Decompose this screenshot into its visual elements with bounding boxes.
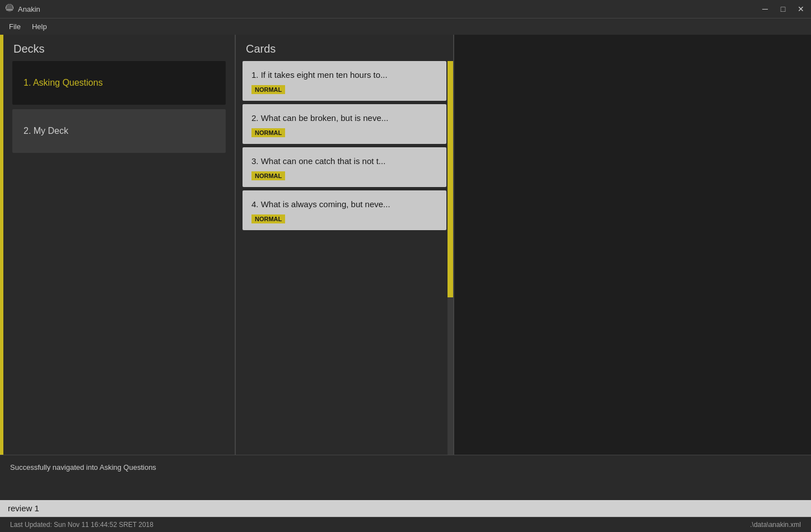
card-item-2[interactable]: 3. What can one catch that is not t...NO…	[243, 147, 446, 187]
last-updated-text: Last Updated: Sun Nov 11 16:44:52 SRET 2…	[10, 521, 153, 529]
minimize-button[interactable]: ─	[759, 3, 771, 15]
card-item-3[interactable]: 4. What is always coming, but neve...NOR…	[243, 190, 446, 230]
titlebar-controls: ─ □ ✕	[759, 3, 807, 15]
maximize-button[interactable]: □	[777, 3, 789, 15]
svg-rect-4	[6, 9, 13, 11]
last-updated-bar: Last Updated: Sun Nov 11 16:44:52 SRET 2…	[0, 517, 811, 532]
deck-item-0[interactable]: 1. Asking Questions	[12, 61, 226, 105]
deck-item-label-1: 2. My Deck	[24, 126, 68, 136]
card-item-1[interactable]: 2. What can be broken, but is neve...NOR…	[243, 104, 446, 144]
menubar: File Help	[0, 18, 811, 35]
command-input-bar	[0, 500, 811, 517]
cards-scrollbar[interactable]	[448, 61, 453, 455]
titlebar: Anakin ─ □ ✕	[0, 0, 811, 18]
decks-panel: Decks 1. Asking Questions2. My Deck	[3, 35, 236, 455]
card-item-title-2: 3. What can one catch that is not t...	[251, 156, 437, 166]
right-panel	[454, 35, 811, 455]
card-badge-2: NORMAL	[251, 171, 285, 180]
menu-help[interactable]: Help	[26, 18, 53, 35]
decks-header: Decks	[3, 35, 235, 61]
app-icon	[4, 4, 15, 14]
cards-list-container: 1. If it takes eight men ten hours to...…	[236, 61, 453, 455]
cards-scrollbar-thumb	[448, 61, 453, 297]
close-button[interactable]: ✕	[795, 3, 807, 15]
cards-list: 1. If it takes eight men ten hours to...…	[243, 61, 446, 234]
decks-list: 1. Asking Questions2. My Deck	[3, 61, 235, 455]
card-item-title-3: 4. What is always coming, but neve...	[251, 199, 437, 209]
card-badge-0: NORMAL	[251, 85, 285, 94]
deck-item-1[interactable]: 2. My Deck	[12, 109, 226, 153]
menu-file[interactable]: File	[3, 18, 26, 35]
card-item-title-1: 2. What can be broken, but is neve...	[251, 113, 437, 123]
deck-item-label-0: 1. Asking Questions	[24, 78, 102, 87]
cards-header: Cards	[236, 35, 453, 61]
card-item-0[interactable]: 1. If it takes eight men ten hours to...…	[243, 61, 446, 101]
file-path-text: .\data\anakin.xml	[750, 521, 801, 529]
app-title: Anakin	[18, 5, 40, 13]
titlebar-left: Anakin	[4, 4, 40, 14]
command-input[interactable]	[8, 503, 803, 513]
card-item-title-0: 1. If it takes eight men ten hours to...	[251, 70, 437, 80]
card-badge-3: NORMAL	[251, 214, 285, 223]
main-content: Decks 1. Asking Questions2. My Deck Card…	[0, 35, 811, 455]
card-badge-1: NORMAL	[251, 128, 285, 137]
status-message: Successfully navigated into Asking Quest…	[0, 455, 811, 500]
bottom-area: Successfully navigated into Asking Quest…	[0, 455, 811, 532]
cards-panel: Cards 1. If it takes eight men ten hours…	[236, 35, 454, 455]
